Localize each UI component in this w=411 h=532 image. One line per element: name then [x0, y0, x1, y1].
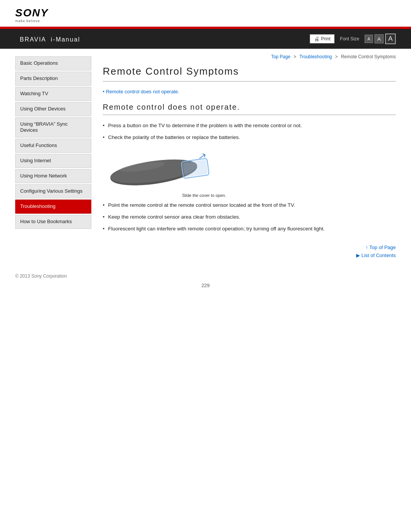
font-size-controls: A A A — [365, 34, 396, 44]
remote-image: Slide the cover to open. — [108, 148, 396, 191]
toc-link-remote[interactable]: Remote control does not operate. — [103, 89, 179, 94]
list-of-contents-label: List of Contents — [362, 252, 396, 258]
sony-logo: SONY make.believe — [15, 7, 48, 23]
page-number: 229 — [0, 283, 411, 296]
sidebar-item-troubleshooting[interactable]: Troubleshooting — [15, 200, 91, 214]
sidebar-item-how-to-use[interactable]: How to Use Bookmarks — [15, 215, 91, 229]
breadcrumb-sep2: > — [335, 54, 338, 59]
nav-bar: BRAVIAi-Manual 🖨 Print Font Size A A A — [0, 29, 411, 49]
bottom-nav: ↑ Top of Page ▶ List of Contents — [103, 244, 396, 258]
list-of-contents-link[interactable]: ▶ List of Contents — [356, 252, 396, 258]
font-size-label: Font Size — [340, 36, 359, 42]
bullet-item-5: Fluorescent light can interfere with rem… — [103, 225, 396, 233]
breadcrumb: Top Page > Troubleshooting > Remote Cont… — [103, 54, 396, 59]
content-area: Top Page > Troubleshooting > Remote Cont… — [91, 49, 411, 266]
sony-brand-name: SONY — [15, 7, 48, 19]
font-small-button[interactable]: A — [365, 35, 373, 43]
remote-svg: Slide the cover to open. — [108, 148, 222, 191]
sidebar: Basic Operations Parts Description Watch… — [0, 49, 91, 266]
top-of-page-label: Top of Page — [370, 244, 396, 250]
bullet-item-1: Press a button on the TV to determine if… — [103, 122, 396, 130]
sidebar-item-configuring[interactable]: Configuring Various Settings — [15, 184, 91, 198]
font-medium-button[interactable]: A — [374, 34, 384, 43]
font-large-button[interactable]: A — [385, 34, 396, 44]
breadcrumb-top-page[interactable]: Top Page — [271, 54, 290, 59]
top-of-page-link[interactable]: ↑ Top of Page — [366, 244, 396, 250]
bullet-item-3: Point the remote control at the remote c… — [103, 201, 396, 209]
sidebar-item-parts-description[interactable]: Parts Description — [15, 72, 91, 86]
breadcrumb-troubleshooting[interactable]: Troubleshooting — [299, 54, 332, 59]
breadcrumb-current: Remote Control Symptoms — [341, 54, 396, 59]
page-title: Remote Control Symptoms — [103, 66, 396, 81]
sidebar-item-home-network[interactable]: Using Home Network — [15, 169, 91, 183]
top-bar: SONY make.believe — [0, 0, 411, 27]
sidebar-item-using-other-devices[interactable]: Using Other Devices — [15, 102, 91, 116]
sidebar-item-watching-tv[interactable]: Watching TV — [15, 87, 91, 101]
remote-control-illustration — [108, 148, 222, 190]
sidebar-item-useful-functions[interactable]: Useful Functions — [15, 139, 91, 153]
sony-tagline: make.believe — [15, 19, 40, 23]
print-icon: 🖨 — [314, 36, 319, 42]
print-button[interactable]: 🖨 Print — [310, 34, 335, 43]
bullet-list: Press a button on the TV to determine if… — [103, 122, 396, 142]
copyright: © 2013 Sony Corporation — [15, 273, 67, 279]
breadcrumb-sep1: > — [293, 54, 296, 59]
right-arrow-icon: ▶ — [356, 252, 362, 258]
bullet-item-4: Keep the remote control sensor area clea… — [103, 213, 396, 221]
up-arrow-icon: ↑ — [366, 244, 370, 250]
nav-right: 🖨 Print Font Size A A A — [310, 34, 396, 44]
bravia-title: BRAVIAi-Manual — [15, 34, 80, 44]
slide-label: Slide the cover to open. — [182, 193, 226, 198]
sidebar-item-bravia-sync[interactable]: Using “BRAVIA” Sync Devices — [15, 117, 91, 138]
print-label: Print — [321, 36, 331, 42]
bullet-item-2: Check the polarity of the batteries or r… — [103, 134, 396, 142]
main-layout: Basic Operations Parts Description Watch… — [0, 49, 411, 266]
bullet-list-2: Point the remote control at the remote c… — [103, 201, 396, 233]
sidebar-item-basic-operations[interactable]: Basic Operations — [15, 56, 91, 70]
sidebar-item-using-internet[interactable]: Using Internet — [15, 154, 91, 168]
section-heading: Remote control does not operate. — [103, 103, 396, 115]
